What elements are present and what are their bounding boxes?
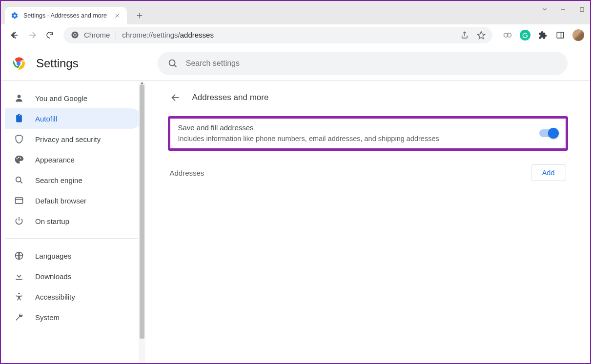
wrench-icon [14,312,24,323]
save-fill-toggle[interactable] [539,129,558,137]
extension-grammarly-icon[interactable] [520,30,530,40]
share-icon[interactable] [460,31,469,40]
power-icon [14,216,24,226]
browser-toolbar: Chrome chrome://settings/addresses [1,24,590,46]
sidebar-item-on-startup[interactable]: On startup [5,211,142,231]
sidebar-item-search-engine[interactable]: Search engine [5,170,142,190]
sidebar-item-label: Search engine [35,176,82,184]
sidebar-item-label: System [35,313,60,322]
svg-rect-6 [557,32,564,38]
new-tab-button[interactable] [133,9,146,22]
chevron-down-icon[interactable] [541,6,548,13]
page-back-button[interactable] [170,92,182,103]
scrollbar[interactable]: ▲ [139,82,145,363]
sidebar-item-label: Accessibility [35,293,75,301]
sidebar-separator [5,238,138,239]
tab-title: Settings - Addresses and more [23,12,113,19]
extension-link-icon[interactable] [502,30,513,40]
address-separator [116,31,116,40]
window-controls [541,6,585,13]
add-address-button[interactable]: Add [531,164,566,181]
chrome-icon [70,31,79,40]
sidebar-item-label: You and Google [35,94,87,102]
svg-rect-0 [580,7,583,11]
sidebar-item-system[interactable]: System [5,307,142,327]
save-fill-title: Save and fill addresses [178,123,439,132]
svg-point-14 [20,157,21,159]
sidebar-item-autofill[interactable]: Autofill [5,108,142,129]
side-panel-icon[interactable] [555,30,566,40]
search-icon [167,58,178,69]
browser-icon [14,195,24,206]
bookmark-icon[interactable] [477,31,486,40]
svg-rect-16 [16,198,23,203]
sidebar-item-label: Privacy and security [35,135,101,143]
clipboard-icon [14,113,24,124]
sidebar-item-default-browser[interactable]: Default browser [5,190,142,211]
accessibility-icon [14,291,24,302]
back-button[interactable] [7,27,22,43]
browser-tab[interactable]: Settings - Addresses and more [5,7,127,24]
sidebar-item-downloads[interactable]: Downloads [5,266,142,286]
tab-strip: Settings - Addresses and more [1,1,590,24]
minimize-icon[interactable] [560,6,567,13]
address-url: chrome://settings/addresses [122,31,214,39]
search-icon [14,175,24,185]
sidebar-item-label: Default browser [35,197,86,205]
svg-point-10 [169,60,175,65]
chrome-logo-icon [12,57,25,70]
svg-point-12 [17,158,18,160]
addresses-label: Addresses [170,169,204,177]
forward-button[interactable] [24,27,40,43]
save-fill-card: Save and fill addresses Includes informa… [168,116,568,151]
search-settings[interactable] [158,52,568,75]
reload-button[interactable] [42,27,58,43]
close-icon[interactable] [113,12,121,20]
address-prefix: Chrome [84,31,110,39]
sidebar-item-label: Languages [35,252,71,260]
sidebar-item-appearance[interactable]: Appearance [5,149,142,170]
svg-point-18 [18,293,20,294]
sidebar-item-languages[interactable]: Languages [5,245,142,266]
settings-header: Settings [1,46,590,81]
content-area: Addresses and more Save and fill address… [168,85,568,363]
sidebar: ▲ You and Google Autofill Privacy and se… [1,81,145,363]
globe-icon [14,250,24,261]
palette-icon [14,154,24,165]
svg-point-13 [18,157,20,158]
sidebar-item-label: Autofill [35,115,57,123]
svg-point-3 [74,34,76,36]
sidebar-item-label: Downloads [35,272,71,281]
gear-icon [11,12,19,20]
save-fill-description: Includes information like phone numbers,… [178,135,439,142]
sidebar-item-privacy[interactable]: Privacy and security [5,129,142,149]
download-icon [14,271,24,282]
search-input[interactable] [186,59,558,68]
sidebar-item-label: On startup [35,217,69,225]
shield-icon [14,134,24,144]
profile-avatar[interactable] [572,29,584,41]
maximize-icon[interactable] [578,6,585,13]
sidebar-item-label: Appearance [35,156,75,164]
address-bar[interactable]: Chrome chrome://settings/addresses [63,27,492,43]
svg-point-15 [16,177,21,182]
extensions-icon[interactable] [537,30,548,40]
sidebar-item-you-and-google[interactable]: You and Google [5,88,142,108]
page-title: Addresses and more [192,93,269,102]
sidebar-item-accessibility[interactable]: Accessibility [5,286,142,307]
settings-title: Settings [36,57,79,70]
person-icon [14,93,24,103]
svg-point-11 [18,95,21,98]
